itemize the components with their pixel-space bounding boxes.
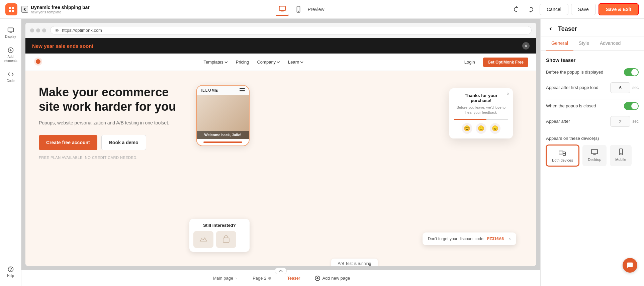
nav-pricing[interactable]: Pricing xyxy=(236,60,249,65)
nav-login[interactable]: Login xyxy=(464,60,475,65)
setting-before-popup-label: Before the popup is displayed xyxy=(546,69,624,75)
still-interested-title: Still interested? xyxy=(193,223,246,228)
browser-content: New year sale ends soon! × xyxy=(25,38,536,266)
popup-title: Thanks for your purchase! xyxy=(454,93,508,103)
devices-section: Appears on these device(s) Both devices xyxy=(546,136,639,166)
browser-mockup: https://optimonk.com New year sale ends … xyxy=(25,23,536,266)
still-item-img-1 xyxy=(193,231,213,248)
phone-bar xyxy=(203,141,242,143)
redo-button[interactable] xyxy=(525,3,537,15)
topbar-actions: Cancel Save Save & Exit xyxy=(510,3,639,15)
hero-image-area: ILLUME Welcome back, Julie! xyxy=(186,82,523,266)
panel-header: Teaser xyxy=(541,19,644,36)
device-switcher: Preview xyxy=(276,3,325,16)
browser-chrome: https://optimonk.com xyxy=(25,23,536,38)
welcome-overlay: Welcome back, Julie! xyxy=(197,131,249,139)
sidebar-item-code[interactable]: Code xyxy=(1,68,20,86)
nav-cta[interactable]: Get OptiMonk Free xyxy=(483,58,528,67)
svg-rect-2 xyxy=(9,10,11,12)
tab-page-2[interactable]: Page 2 xyxy=(245,272,279,285)
sidebar-item-display[interactable]: Display xyxy=(1,24,20,41)
cancel-button[interactable]: Cancel xyxy=(540,4,568,15)
tab-advanced[interactable]: Advanced xyxy=(594,36,626,51)
hero-note: FREE PLAN AVAILABLE. NO CREDIT CARD NEED… xyxy=(39,156,179,160)
panel-tabs: General Style Advanced xyxy=(541,36,644,51)
campaign-title: Dynamic free shipping bar new yer's temp… xyxy=(31,5,90,14)
browser-dot-yellow xyxy=(36,28,40,32)
desktop-device-btn[interactable] xyxy=(276,3,289,16)
panel-title: Teaser xyxy=(558,25,577,32)
appear-first-input: sec xyxy=(610,82,639,93)
hero-section: Make your ecommerce site work harder for… xyxy=(25,71,536,266)
save-exit-button[interactable]: Save & Exit xyxy=(599,3,639,15)
topbar: Dynamic free shipping bar new yer's temp… xyxy=(0,0,644,19)
still-item-img-2 xyxy=(216,231,236,248)
browser-dots xyxy=(30,28,46,32)
setting-appear-after-label: Appear after xyxy=(546,118,610,124)
svg-rect-15 xyxy=(223,238,229,243)
divider-1 xyxy=(546,99,639,99)
svg-rect-3 xyxy=(12,10,14,12)
plus-icon xyxy=(315,276,320,281)
hero-cta-secondary[interactable]: Book a demo xyxy=(101,135,146,150)
back-button[interactable] xyxy=(21,6,28,13)
still-interested-items xyxy=(193,231,246,248)
hero-buttons: Create free account Book a demo xyxy=(39,135,179,150)
panel-back-button[interactable] xyxy=(546,24,555,33)
browser-address-bar[interactable]: https://optimonk.com xyxy=(50,26,532,34)
svg-rect-17 xyxy=(559,151,563,154)
undo-button[interactable] xyxy=(510,3,522,15)
nav-learn[interactable]: Learn xyxy=(288,60,303,65)
left-sidebar: Display Addelements Code Help xyxy=(0,19,21,286)
hero-cta-primary[interactable]: Create free account xyxy=(39,135,97,150)
before-popup-toggle[interactable] xyxy=(624,68,639,76)
tab-main-page[interactable]: Main page › xyxy=(205,272,245,285)
device-mobile-btn[interactable]: Mobile xyxy=(610,145,631,166)
site-logo xyxy=(33,57,43,67)
appear-first-field[interactable] xyxy=(610,82,630,93)
mobile-icon xyxy=(617,148,625,156)
svg-rect-4 xyxy=(279,6,285,11)
chat-button[interactable] xyxy=(623,258,637,273)
setting-before-popup: Before the popup is displayed xyxy=(546,68,639,76)
setting-appear-first: Appear after first page load sec xyxy=(546,82,639,93)
ab-test-badge: A/B Test is running xyxy=(331,259,378,266)
popup-close[interactable]: × xyxy=(507,91,510,96)
still-item-1 xyxy=(193,231,213,248)
canvas-area: https://optimonk.com New year sale ends … xyxy=(21,19,540,286)
discount-close[interactable]: × xyxy=(509,236,511,241)
popup-sub: Before you leave, we'd love to hear your… xyxy=(454,105,508,115)
svg-rect-7 xyxy=(8,28,13,32)
sidebar-item-help[interactable]: Help xyxy=(1,263,20,281)
nav-company[interactable]: Company xyxy=(257,60,280,65)
mobile-device-btn[interactable] xyxy=(292,3,305,16)
setting-when-closed: When the popup is closed xyxy=(546,102,639,110)
website-preview: New year sale ends soon! × xyxy=(25,38,536,266)
sidebar-item-add-elements[interactable]: Addelements xyxy=(1,44,20,66)
svg-point-10 xyxy=(10,271,11,271)
device-desktop-btn[interactable]: Desktop xyxy=(582,145,607,166)
svg-rect-19 xyxy=(591,150,597,154)
appear-after-field[interactable] xyxy=(610,116,630,127)
popup-icon-2: 😐 xyxy=(476,123,486,134)
device-both-btn[interactable]: Both devices xyxy=(546,145,579,166)
save-button[interactable]: Save xyxy=(571,4,596,15)
popup-card: × Thanks for your purchase! Before you l… xyxy=(449,88,513,138)
hero-right: ILLUME Welcome back, Julie! xyxy=(186,82,523,266)
page-2-dot xyxy=(268,277,271,280)
add-page-btn[interactable]: Add new page xyxy=(308,272,357,285)
svg-rect-1 xyxy=(12,7,14,9)
discount-code: FZ316A6 xyxy=(487,236,504,241)
browser-dot-green xyxy=(42,28,46,32)
popup-icons: 😊 😐 😞 xyxy=(454,123,508,134)
divider-2 xyxy=(546,133,639,133)
sticky-bar-close[interactable]: × xyxy=(522,42,530,50)
nav-templates[interactable]: Templates xyxy=(203,60,227,65)
tab-general[interactable]: General xyxy=(546,36,573,51)
tab-style[interactable]: Style xyxy=(573,36,594,51)
when-closed-toggle[interactable] xyxy=(624,102,639,110)
still-interested-card: Still interested? xyxy=(189,219,250,252)
both-devices-icon xyxy=(559,149,566,156)
expand-handle[interactable] xyxy=(275,268,287,274)
setting-appear-after: Appear after sec xyxy=(546,116,639,127)
